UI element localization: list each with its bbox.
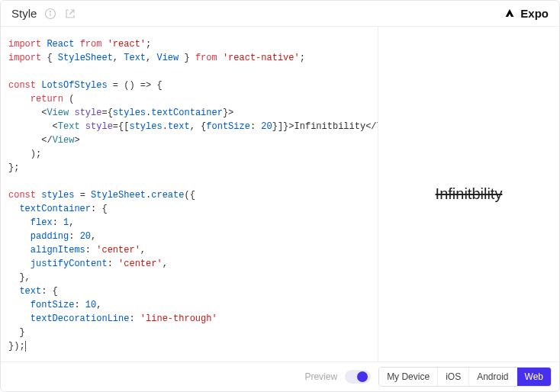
header: Style Expo: [1, 1, 559, 27]
platform-tabs: My Device iOS Android Web: [378, 367, 552, 387]
expo-logo-icon: [504, 8, 516, 20]
tab-my-device[interactable]: My Device: [379, 368, 438, 386]
info-icon[interactable]: [44, 8, 56, 20]
code-editor[interactable]: import React from 'react'; import { Styl…: [1, 27, 378, 361]
header-left: Style: [11, 7, 76, 20]
text-cursor: [25, 341, 26, 352]
tab-ios[interactable]: iOS: [438, 368, 469, 386]
tab-web[interactable]: Web: [517, 368, 551, 386]
code-block: import React from 'react'; import { Styl…: [8, 37, 370, 361]
footer: Preview My Device iOS Android Web: [1, 361, 559, 391]
tab-android[interactable]: Android: [469, 368, 517, 386]
toggle-knob: [357, 371, 368, 382]
snack-window: Style Expo import React from 'react'; im…: [0, 0, 560, 392]
preview-toggle[interactable]: [345, 370, 371, 384]
preview-label: Preview: [304, 371, 337, 382]
expo-brand[interactable]: Expo: [504, 7, 549, 20]
brand-label: Expo: [520, 7, 549, 20]
svg-point-2: [50, 11, 51, 11]
preview-output-text: Infinitbility: [436, 185, 503, 203]
preview-canvas: Infinitbility: [378, 27, 559, 361]
project-title: Style: [11, 7, 37, 20]
preview-panel: Infinitbility: [378, 27, 559, 361]
body: import React from 'react'; import { Styl…: [1, 27, 559, 361]
external-link-icon[interactable]: [64, 8, 76, 20]
